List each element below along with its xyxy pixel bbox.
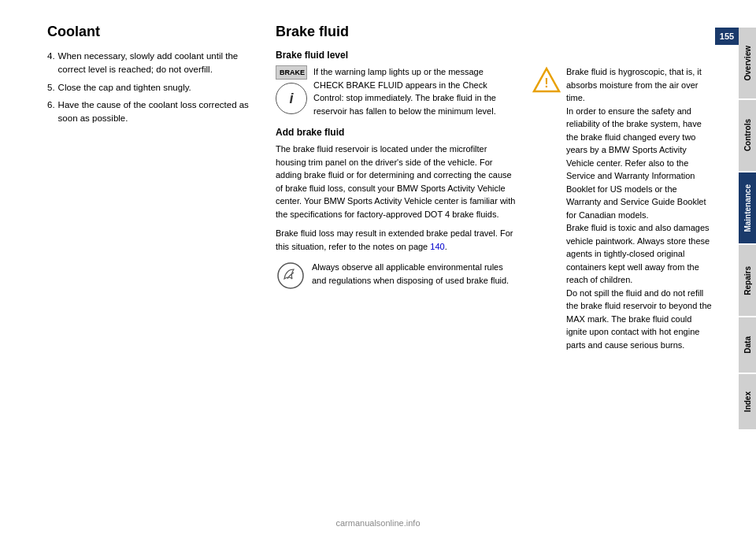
tab-data[interactable]: Data — [739, 317, 756, 373]
coolant-section: Coolant 4. When necessary, slowly add co… — [47, 24, 252, 510]
list-item: 6. Have the cause of the coolant loss co… — [47, 98, 252, 126]
brake-level-title: Brake fluid level — [276, 50, 713, 61]
coolant-list: 4. When necessary, slowly add coolant un… — [47, 50, 252, 125]
watermark: carmanualsonline.info — [0, 518, 756, 528]
page-container: Overview Controls Maintenance Repairs Da… — [0, 0, 756, 534]
page-number: 155 — [720, 32, 734, 41]
brake-level-box: BRAKE i If the warning lamp lights up or… — [276, 65, 516, 117]
warning-text: Brake fluid is hygroscopic, that is, it … — [566, 65, 713, 351]
list-item: 5. Close the cap and tighten snugly. — [47, 81, 252, 95]
brake-circle-icon: i — [276, 83, 307, 114]
warning-block: ! Brake fluid is hygroscopic, that is, i… — [532, 65, 713, 351]
tab-repairs[interactable]: Repairs — [739, 245, 756, 316]
tab-index[interactable]: Index — [739, 374, 756, 429]
tab-controls[interactable]: Controls — [739, 100, 756, 171]
svg-text:!: ! — [544, 76, 548, 90]
page-link[interactable]: 140 — [430, 242, 444, 251]
list-item: 4. When necessary, slowly add coolant un… — [47, 50, 252, 77]
tab-maintenance[interactable]: Maintenance — [739, 172, 756, 243]
add-brake-text: The brake fluid reservoir is located und… — [276, 143, 516, 221]
brake-fluid-section: Brake fluid Brake fluid level BRAKE i If… — [276, 24, 713, 510]
add-brake-text2: Brake fluid loss may result in extended … — [276, 227, 516, 253]
tab-overview[interactable]: Overview — [739, 28, 756, 98]
brake-icons: BRAKE i — [276, 65, 307, 117]
content-area: Coolant 4. When necessary, slowly add co… — [47, 24, 713, 510]
right-tabs: Overview Controls Maintenance Repairs Da… — [739, 0, 756, 534]
eco-block: Always observe all applicable environmen… — [276, 261, 516, 291]
warning-triangle-icon: ! — [532, 65, 561, 95]
eco-text: Always observe all applicable environmen… — [312, 261, 516, 291]
brake-fluid-title: Brake fluid — [276, 24, 713, 40]
svg-point-0 — [278, 263, 303, 288]
brake-badge: BRAKE — [276, 65, 307, 80]
eco-icon — [276, 261, 306, 291]
add-brake-title: Add brake fluid — [276, 127, 516, 138]
page-number-bar: 155 — [715, 28, 739, 45]
brake-level-text: If the warning lamp lights up or the mes… — [313, 65, 516, 117]
coolant-title: Coolant — [47, 24, 252, 40]
